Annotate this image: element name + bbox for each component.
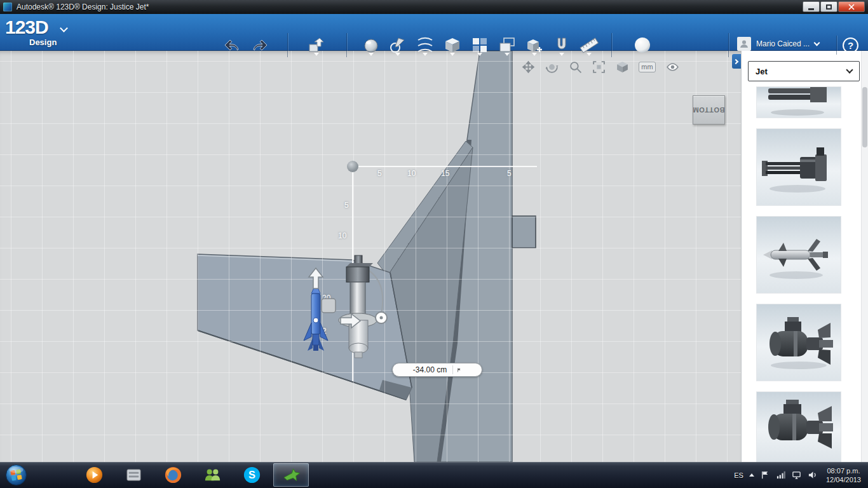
material-tool[interactable] bbox=[633, 36, 652, 55]
visibility-eye-icon[interactable] bbox=[665, 60, 679, 74]
restore-button[interactable] bbox=[820, 1, 837, 12]
measure-tool[interactable] bbox=[580, 36, 599, 55]
modify-tool[interactable] bbox=[443, 36, 462, 55]
zoom-icon[interactable] bbox=[568, 60, 582, 74]
units-selector[interactable]: mm bbox=[639, 62, 656, 72]
show-hidden-icons-button[interactable] bbox=[749, 473, 754, 477]
taskbar-button-123d-design[interactable] bbox=[273, 463, 309, 487]
view-cube-bottom-face[interactable]: BOTTOM bbox=[693, 95, 725, 125]
redo-button[interactable] bbox=[250, 36, 269, 55]
app-icon bbox=[3, 3, 12, 11]
dimension-settings-icon[interactable] bbox=[452, 365, 461, 374]
minimize-button[interactable] bbox=[803, 1, 820, 12]
skype-letter: S bbox=[248, 469, 255, 480]
fit-view-icon[interactable] bbox=[592, 60, 606, 74]
taskbar-button-skype[interactable]: S bbox=[234, 463, 269, 487]
part-thumbnail-missile[interactable] bbox=[757, 217, 841, 293]
help-label: ? bbox=[848, 40, 853, 51]
orbit-icon[interactable] bbox=[545, 60, 559, 74]
part-thumbnail-bomb-2[interactable] bbox=[757, 392, 841, 462]
primitives-tool[interactable] bbox=[362, 36, 381, 55]
titlebar: Autodesk® 123D® Design: Justice Jet* bbox=[0, 0, 868, 14]
kit-dropdown[interactable]: Jet bbox=[748, 61, 860, 81]
view-cube-icon[interactable] bbox=[615, 60, 629, 74]
language-indicator[interactable]: ES bbox=[734, 471, 743, 479]
pylon-part[interactable] bbox=[339, 255, 377, 358]
user-name: Mario Caiced ... bbox=[756, 39, 810, 48]
close-button[interactable] bbox=[838, 1, 865, 12]
part-thumbnail-bomb[interactable] bbox=[757, 304, 841, 381]
volume-icon[interactable] bbox=[808, 470, 818, 480]
move-manipulator[interactable] bbox=[0, 51, 741, 462]
chevron-down-icon bbox=[846, 66, 853, 73]
dimension-value: -34.00 cm bbox=[413, 365, 447, 374]
action-center-flag-icon[interactable] bbox=[760, 470, 770, 480]
kit-dropdown-value: Jet bbox=[756, 67, 768, 76]
network-status-icon[interactable] bbox=[776, 470, 786, 480]
chevron-down-icon bbox=[60, 24, 68, 32]
taskbar-button-explorer[interactable] bbox=[37, 463, 72, 487]
part-thumbnail-gun-partial[interactable] bbox=[757, 87, 841, 118]
construct-tool[interactable] bbox=[416, 36, 435, 55]
undo-button[interactable] bbox=[222, 36, 241, 55]
pan-icon[interactable] bbox=[521, 60, 535, 74]
user-avatar-icon bbox=[737, 37, 751, 51]
view-navigation-bar: mm bbox=[521, 60, 679, 74]
scrollbar-thumb[interactable] bbox=[862, 87, 867, 147]
chevron-down-icon bbox=[814, 40, 820, 46]
taskbar: S ES 08:07 p.m. 12/04/2013 bbox=[0, 462, 868, 488]
snap-tool[interactable] bbox=[552, 36, 571, 55]
taskbar-button-library[interactable] bbox=[116, 463, 151, 487]
parts-panel: Jet bbox=[741, 51, 868, 462]
window-title: Autodesk® 123D® Design: Justice Jet* bbox=[17, 3, 149, 11]
display-icon[interactable] bbox=[792, 470, 802, 480]
view-cube-label: BOTTOM bbox=[693, 106, 724, 114]
start-button[interactable] bbox=[4, 463, 28, 487]
dimension-input[interactable]: -34.00 cm bbox=[392, 363, 482, 377]
plane-move-handle[interactable] bbox=[322, 299, 336, 313]
help-button[interactable]: ? bbox=[843, 37, 858, 53]
move-up-arrow[interactable] bbox=[309, 268, 323, 288]
part-thumbnail-gatling-gun[interactable] bbox=[757, 129, 841, 205]
panel-scrollbar[interactable] bbox=[861, 51, 868, 462]
app-menu-logo[interactable]: 123D Design bbox=[5, 17, 88, 48]
grouping-tool[interactable] bbox=[498, 36, 517, 55]
rotate-handle[interactable] bbox=[376, 312, 387, 323]
selected-missile[interactable] bbox=[304, 283, 328, 351]
logo-subtext: Design bbox=[29, 37, 57, 47]
taskbar-button-messenger[interactable] bbox=[194, 463, 230, 487]
app-window: Autodesk® 123D® Design: Justice Jet* 123… bbox=[0, 0, 868, 488]
sketch-tool[interactable] bbox=[388, 36, 407, 55]
pattern-tool[interactable] bbox=[470, 36, 489, 55]
ribbon-toolbar: 123D Design Mario Caiced ... ? bbox=[0, 14, 868, 51]
logo-text: 123D bbox=[5, 17, 48, 38]
user-account-menu[interactable]: Mario Caiced ... bbox=[737, 37, 819, 51]
viewport[interactable]: 5 10 15 5 5 10 20 2 bbox=[0, 51, 741, 462]
combine-tool[interactable] bbox=[525, 36, 544, 55]
transform-tool[interactable] bbox=[307, 36, 326, 55]
taskbar-clock[interactable]: 08:07 p.m. 12/04/2013 bbox=[824, 466, 864, 484]
taskbar-button-firefox[interactable] bbox=[155, 463, 191, 487]
panel-collapse-button[interactable] bbox=[732, 54, 741, 69]
clock-date: 12/04/2013 bbox=[826, 475, 861, 484]
taskbar-button-media-player[interactable] bbox=[76, 463, 112, 487]
clock-time: 08:07 p.m. bbox=[826, 466, 861, 475]
